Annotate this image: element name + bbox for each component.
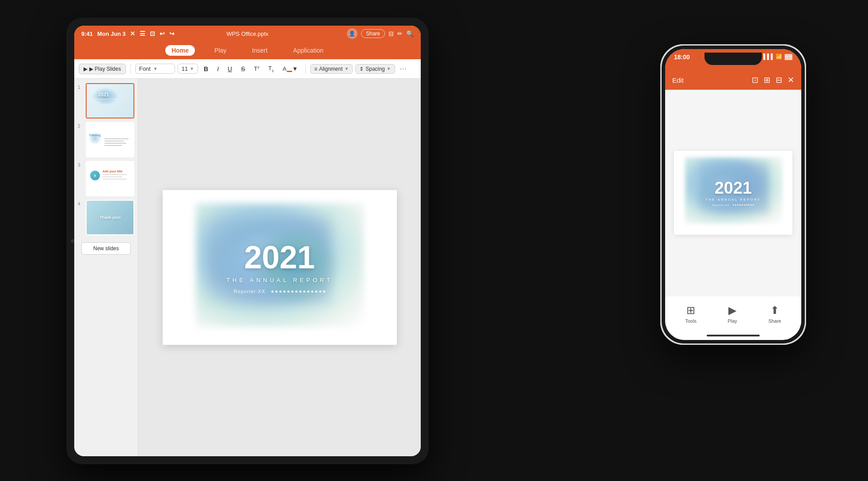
- redo-icon[interactable]: ↪: [169, 30, 175, 37]
- tablet-screen: 9:41 Mon Jun 3 ✕ ☰ ⊡ ↩ ↪ WPS Office.pptx…: [74, 26, 421, 456]
- phone-dot-4: [739, 204, 741, 206]
- main-slide-canvas[interactable]: 2021 THE ANNUAL REPORT Reporter:XX: [163, 190, 397, 345]
- bookmark-icon[interactable]: ⊡: [150, 30, 155, 37]
- play-label: Play: [727, 318, 737, 324]
- play-slides-button[interactable]: ▶ ▶ Play Slides: [79, 64, 126, 74]
- spacing-button[interactable]: ⇕ Spacing ▼: [355, 64, 395, 74]
- share-icon: ⬆: [770, 304, 779, 317]
- align-dropdown-arrow: ▼: [344, 66, 349, 71]
- phone-reporter-text: Reporter:XX: [712, 204, 730, 206]
- slide1-bg: 2021 THE ANNUAL REPORT ••••••••••: [87, 84, 133, 118]
- slide-thumbnail-3[interactable]: 0 Add your title: [86, 161, 134, 196]
- phone-layout-icon[interactable]: ⊟: [776, 75, 782, 85]
- s3-line-2: [103, 176, 122, 177]
- phone-dot-3: [737, 204, 739, 206]
- s1-year-text: 2021: [98, 92, 109, 97]
- tab-play[interactable]: Play: [208, 45, 232, 56]
- main-subtitle-text: THE ANNUAL REPORT: [226, 277, 333, 283]
- phone-dot-10: [753, 204, 754, 206]
- s1-dots-text: ••••••••••: [95, 101, 101, 103]
- phone-wifi-icon: 📶: [776, 53, 782, 60]
- slide4-bg: Thank you!: [87, 201, 133, 234]
- play-slides-label: ▶ Play Slides: [89, 66, 121, 72]
- tab-bar: Home Play Insert Application: [74, 42, 421, 59]
- phone-edit-button[interactable]: Edit: [672, 76, 684, 84]
- slide-thumbnail-4[interactable]: Thank you!: [86, 200, 134, 235]
- new-slides-area: New slides: [78, 239, 134, 258]
- main-slide-view: 2021 THE ANNUAL REPORT Reporter:XX: [138, 79, 421, 456]
- slide-main-content: 2021 THE ANNUAL REPORT Reporter:XX: [226, 241, 333, 294]
- tab-application[interactable]: Application: [287, 45, 330, 56]
- phone-bookmark-icon[interactable]: ⊡: [752, 75, 758, 85]
- phone-dot-1: [733, 204, 734, 206]
- phone-border: 18:00 ▐▐▐ 📶 ▓▓ Edit ⊡ ⊞ ⊟ ✕: [662, 46, 805, 344]
- pencil-icon[interactable]: ✏: [397, 30, 403, 37]
- phone-close-button[interactable]: ✕: [788, 75, 794, 85]
- phone-dots: [733, 204, 754, 206]
- phone-dot-7: [746, 204, 747, 206]
- font-size-selector[interactable]: 11 ▼: [178, 64, 198, 74]
- spacing-icon: ⇕: [359, 66, 364, 72]
- phone-nav-share[interactable]: ⬆ Share: [768, 304, 781, 324]
- slide-number-2: 2: [78, 124, 83, 129]
- font-label: Font: [139, 65, 151, 72]
- more-icon[interactable]: ⋯: [400, 65, 407, 73]
- slide-thumbnail-1[interactable]: 2021 THE ANNUAL REPORT ••••••••••: [86, 83, 134, 118]
- s3-circle: 0: [90, 171, 100, 180]
- font-dropdown-arrow: ▼: [153, 66, 158, 71]
- slide-number-3: 3: [78, 163, 83, 168]
- phone-screen: 18:00 ▐▐▐ 📶 ▓▓ Edit ⊡ ⊞ ⊟ ✕: [665, 49, 801, 340]
- font-size-value: 11: [182, 65, 188, 72]
- new-slides-button[interactable]: New slides: [81, 242, 131, 255]
- dot-11: [311, 290, 313, 293]
- phone-toolbar: Edit ⊡ ⊞ ⊟ ✕: [665, 70, 801, 90]
- close-icon[interactable]: ✕: [130, 30, 135, 37]
- dot-2: [275, 290, 278, 293]
- phone-home-indicator: [665, 331, 801, 340]
- underline-button[interactable]: U: [225, 64, 235, 74]
- menu-icon[interactable]: ☰: [140, 30, 145, 37]
- phone-nav-play[interactable]: ▶ Play: [727, 304, 737, 324]
- dot-10: [307, 290, 309, 293]
- size-dropdown-arrow: ▼: [190, 66, 194, 71]
- phone-bottom-nav: ⊞ Tools ▶ Play ⬆ Share: [665, 296, 801, 331]
- bold-button[interactable]: B: [201, 64, 211, 74]
- phone-slide-area: 2021 THE ANNUAL REPORT Reporter:XX: [665, 90, 801, 296]
- tablet-camera: [71, 239, 74, 243]
- phone-grid-icon[interactable]: ⊞: [764, 75, 770, 85]
- dot-4: [283, 290, 286, 293]
- main-year-text: 2021: [226, 241, 333, 273]
- phone-slide-canvas[interactable]: 2021 THE ANNUAL REPORT Reporter:XX: [674, 151, 792, 235]
- font-color-button[interactable]: A▼: [279, 64, 301, 73]
- align-icon: ≡: [314, 66, 317, 72]
- phone-time: 18:00: [674, 53, 690, 61]
- subscript-button[interactable]: T2: [265, 64, 277, 74]
- phone-signal-icon: ▐▐▐: [761, 53, 773, 60]
- slide-thumbnail-2[interactable]: Catalog: [86, 122, 134, 157]
- dot-1: [271, 290, 274, 293]
- alignment-button[interactable]: ≡ Alignment ▼: [310, 64, 353, 74]
- strikethrough-button[interactable]: S: [238, 64, 248, 74]
- font-selector[interactable]: Font ▼: [135, 64, 175, 74]
- share-button[interactable]: Share: [361, 29, 385, 38]
- dot-14: [323, 290, 325, 293]
- tab-insert[interactable]: Insert: [246, 45, 274, 56]
- view-icon[interactable]: ⊟: [388, 30, 394, 37]
- play-icon: ▶: [84, 66, 88, 72]
- status-right: 👤 Share ⊟ ✏ 🔍: [347, 28, 414, 39]
- phone-nav-tools[interactable]: ⊞ Tools: [685, 304, 697, 324]
- undo-icon[interactable]: ↩: [160, 30, 165, 37]
- tablet-device: 9:41 Mon Jun 3 ✕ ☰ ⊡ ↩ ↪ WPS Office.pptx…: [66, 18, 429, 464]
- phone-device: 18:00 ▐▐▐ 📶 ▓▓ Edit ⊡ ⊞ ⊟ ✕: [660, 44, 806, 345]
- tab-home[interactable]: Home: [165, 45, 195, 56]
- s1-subtitle-text: THE ANNUAL REPORT: [95, 98, 117, 100]
- s2-watercolor: [88, 132, 102, 145]
- search-icon[interactable]: 🔍: [406, 30, 414, 37]
- slide2-bg: Catalog: [87, 123, 133, 157]
- s3-line-3: [103, 179, 127, 179]
- italic-button[interactable]: I: [214, 64, 222, 74]
- phone-reporter-row: Reporter:XX: [705, 204, 761, 206]
- slide-item-4: 4 Thank you!: [78, 200, 134, 235]
- superscript-button[interactable]: T2: [251, 64, 263, 73]
- phone-subtitle-text: THE ANNUAL REPORT: [705, 198, 761, 201]
